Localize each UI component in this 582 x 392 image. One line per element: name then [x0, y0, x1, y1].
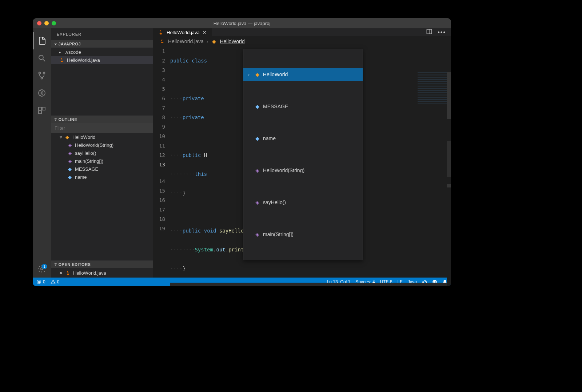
close-window-button[interactable]: [37, 21, 41, 25]
window-title: HelloWorld.java — javaproj: [214, 21, 271, 26]
code-editor[interactable]: 12345678910111213141516171819 public cla…: [153, 47, 451, 286]
method-icon: ◈: [254, 231, 260, 237]
settings-badge: 1: [41, 264, 47, 269]
debug-icon[interactable]: [33, 84, 51, 102]
sidebar: EXPLORER ▿ JAVAPROJ ▸ .vscode HelloWorld…: [51, 28, 153, 278]
source-control-icon[interactable]: [33, 67, 51, 84]
dropdown-item-ctor[interactable]: ◈ HelloWorld(String): [243, 164, 363, 177]
field-icon: ◆: [67, 166, 73, 172]
outline-method-main[interactable]: ◈ main(String[]): [51, 157, 153, 165]
maximize-window-button[interactable]: [52, 21, 56, 25]
svg-rect-8: [39, 111, 41, 114]
java-icon: [159, 39, 165, 44]
editor: HelloWorld.java ✕ ••• HelloWorld.java › …: [153, 28, 451, 278]
field-icon: ◆: [254, 136, 260, 141]
svg-rect-7: [42, 107, 45, 110]
section-project[interactable]: ▿ JAVAPROJ: [51, 40, 153, 48]
field-icon: ◆: [254, 104, 260, 109]
minimap[interactable]: [418, 72, 447, 105]
breadcrumb-symbol[interactable]: HelloWorld: [220, 39, 244, 44]
class-icon: ◆: [211, 39, 217, 44]
open-editor-item[interactable]: ✕ HelloWorld.java: [51, 269, 153, 277]
minimize-window-button[interactable]: [44, 21, 49, 25]
dropdown-item-message[interactable]: ◆ MESSAGE: [243, 100, 363, 113]
method-icon: ◈: [67, 142, 73, 148]
close-tab-icon[interactable]: ✕: [203, 30, 207, 35]
more-icon[interactable]: •••: [438, 29, 446, 36]
line-gutter: 12345678910111213141516171819: [153, 47, 170, 286]
activity-bar: 1: [33, 28, 51, 278]
method-icon: ◈: [254, 167, 260, 173]
breadcrumb[interactable]: HelloWorld.java › ◆ HelloWorld: [153, 36, 451, 47]
outline-class[interactable]: ▿ ◆ HelloWorld: [51, 133, 153, 141]
folder-vscode[interactable]: ▸ .vscode: [51, 48, 153, 56]
method-icon: ◈: [67, 158, 73, 164]
java-icon: [59, 57, 65, 63]
section-outline[interactable]: ▿ OUTLINE: [51, 116, 153, 123]
chevron-down-icon: ▿: [55, 41, 57, 46]
split-editor-icon[interactable]: [426, 28, 432, 36]
outline-field-name[interactable]: ◆ name: [51, 173, 153, 181]
chevron-down-icon: ▿: [60, 134, 62, 140]
file-helloworld[interactable]: HelloWorld.java: [51, 56, 153, 64]
chevron-down-icon: ▿: [55, 262, 57, 267]
java-icon: [158, 29, 164, 35]
chevron-right-icon: ▸: [59, 50, 63, 54]
outline-method-ctor[interactable]: ◈ HelloWorld(String): [51, 141, 153, 149]
java-icon: [65, 270, 71, 276]
method-icon: ◈: [67, 150, 73, 156]
outline-field-message[interactable]: ◆ MESSAGE: [51, 165, 153, 173]
vscode-window: HelloWorld.java — javaproj 1: [33, 18, 451, 286]
class-icon: ◆: [254, 72, 260, 77]
svg-point-2: [43, 72, 45, 74]
dropdown-item-sayhello[interactable]: ◈ sayHello(): [243, 196, 363, 209]
svg-point-0: [39, 55, 43, 60]
close-icon[interactable]: ✕: [59, 270, 63, 276]
dropdown-item-name[interactable]: ◆ name: [243, 132, 363, 145]
scrollbar-overview[interactable]: [447, 72, 451, 286]
sidebar-title: EXPLORER: [51, 28, 153, 40]
tab-bar: HelloWorld.java ✕ •••: [153, 28, 451, 36]
status-warnings[interactable]: 0: [51, 279, 60, 284]
search-icon[interactable]: [33, 49, 51, 67]
section-open-editors[interactable]: ▿ OPEN EDITORS: [51, 260, 153, 268]
titlebar: HelloWorld.java — javaproj: [33, 18, 451, 28]
dropdown-item-class[interactable]: ▿ ◆ HelloWorld: [243, 68, 363, 81]
tab-helloworld[interactable]: HelloWorld.java ✕: [153, 28, 212, 36]
svg-point-5: [40, 92, 43, 94]
extensions-icon[interactable]: [33, 102, 51, 119]
outline-method-sayhello[interactable]: ◈ sayHello(): [51, 149, 153, 157]
field-icon: ◆: [67, 174, 73, 180]
settings-icon[interactable]: 1: [33, 260, 51, 278]
svg-rect-6: [39, 107, 41, 110]
outline-filter-input[interactable]: [51, 123, 153, 133]
breadcrumb-file[interactable]: HelloWorld.java: [168, 39, 204, 44]
chevron-down-icon: ▿: [248, 70, 251, 79]
explorer-icon[interactable]: [33, 32, 51, 49]
class-icon: ◆: [64, 134, 70, 140]
svg-point-1: [39, 72, 41, 74]
chevron-down-icon: ▿: [55, 117, 57, 122]
status-errors[interactable]: 0: [36, 279, 45, 284]
method-icon: ◈: [254, 199, 260, 205]
breadcrumb-dropdown: ▿ ◆ HelloWorld ◆ MESSAGE ◆ name: [243, 49, 363, 260]
dropdown-item-main[interactable]: ◈ main(String[]): [243, 228, 363, 241]
